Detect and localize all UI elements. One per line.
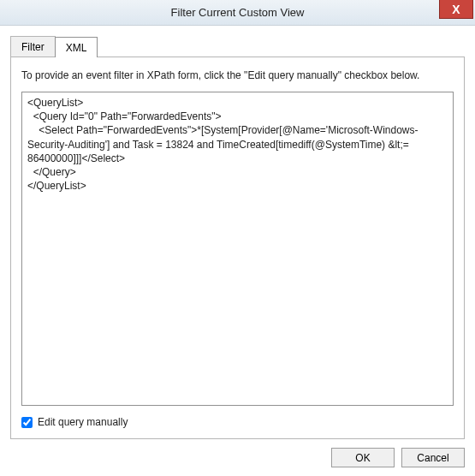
tab-filter[interactable]: Filter bbox=[10, 36, 56, 57]
edit-manually-row: Edit query manually bbox=[21, 416, 454, 428]
tab-xml[interactable]: XML bbox=[55, 37, 98, 57]
dialog-body: Filter XML To provide an event filter in… bbox=[0, 26, 475, 476]
edit-manually-checkbox[interactable] bbox=[21, 417, 33, 428]
ok-button[interactable]: OK bbox=[331, 448, 395, 467]
close-icon: X bbox=[452, 3, 460, 16]
button-row: OK Cancel bbox=[10, 439, 465, 467]
cancel-button[interactable]: Cancel bbox=[401, 448, 465, 467]
edit-manually-label[interactable]: Edit query manually bbox=[38, 416, 128, 428]
tab-panel-xml: To provide an event filter in XPath form… bbox=[10, 57, 465, 439]
instruction-text: To provide an event filter in XPath form… bbox=[21, 69, 454, 81]
titlebar: Filter Current Custom View X bbox=[0, 0, 475, 26]
tabs-row: Filter XML bbox=[10, 36, 465, 57]
query-textarea[interactable] bbox=[21, 92, 454, 406]
close-button[interactable]: X bbox=[439, 0, 473, 19]
dialog-title: Filter Current Custom View bbox=[0, 6, 475, 19]
